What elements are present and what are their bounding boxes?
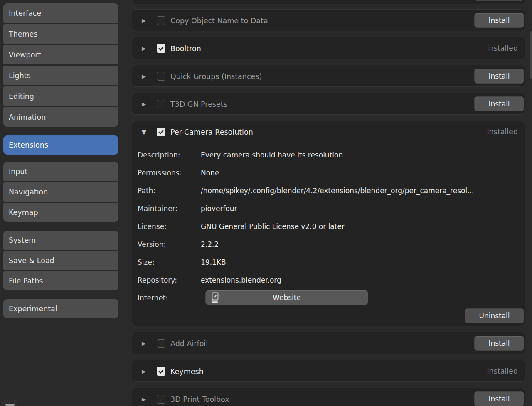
install-button[interactable]: Install	[474, 96, 524, 111]
detail-label: License:	[138, 222, 201, 231]
sidebar-item-animation[interactable]: Animation	[3, 107, 118, 127]
detail-row-maintainer: Maintainer: pioverfour	[138, 199, 519, 217]
extension-title: Copy Object Name to Data	[170, 17, 268, 25]
expand-arrow-icon[interactable]: ▶	[142, 46, 148, 51]
sidebar-item-label: Viewport	[9, 51, 41, 59]
extension-row-3d-print-toolbox: ▶ 3D Print Toolbox Install	[132, 388, 525, 406]
sidebar-item-label: Save & Load	[9, 256, 54, 265]
sidebar-item-label: Navigation	[9, 188, 48, 196]
collapse-arrow-icon[interactable]: ▼	[142, 129, 148, 135]
extension-enable-checkbox[interactable]	[157, 72, 165, 81]
sidebar-item-label: Interface	[9, 9, 41, 17]
sidebar-item-navigation[interactable]: Navigation	[3, 182, 118, 202]
extension-row-keymesh: ▶ Keymesh Installed	[132, 360, 525, 382]
hamburger-icon	[5, 404, 15, 406]
install-button-label: Install	[488, 100, 510, 108]
expand-arrow-icon[interactable]: ▶	[142, 101, 148, 107]
sidebar-item-input[interactable]: Input	[3, 162, 118, 181]
extension-row-add-airfoil: ▶ Add Airfoil Install	[132, 332, 525, 354]
extension-row-quick-groups: ▶ Quick Groups (Instances) Install	[132, 65, 525, 87]
sidebar-group-general: Interface Themes Viewport Lights Editing…	[3, 3, 118, 127]
detail-value: GNU General Public License v2.0 or later	[201, 222, 345, 231]
sidebar-item-keymap[interactable]: Keymap	[3, 203, 118, 222]
sidebar-item-label: Editing	[9, 92, 34, 101]
install-button-label: Install	[488, 339, 510, 347]
detail-row-repository: Repository: extensions.blender.org	[138, 271, 519, 289]
vertical-scrollbar-thumb[interactable]	[530, 31, 532, 79]
extension-row-clipped-top	[132, 0, 525, 4]
detail-row-description: Description: Every camera should have it…	[138, 146, 519, 164]
extension-title: Add Airfoil	[170, 340, 208, 348]
detail-label: Maintainer:	[138, 204, 201, 213]
website-button[interactable]: ? Website	[205, 290, 368, 305]
detail-row-path: Path: /home/spikey/.config/blender/4.2/e…	[138, 182, 519, 199]
sidebar-item-extensions[interactable]: Extensions	[3, 135, 118, 155]
extension-row-header: ▶ Keymesh Installed	[132, 360, 525, 382]
sidebar-item-file-paths[interactable]: File Paths	[3, 271, 118, 290]
install-button[interactable]: Install	[474, 69, 524, 84]
detail-value: extensions.blender.org	[201, 276, 281, 284]
install-button[interactable]: Install	[474, 13, 524, 28]
expand-arrow-icon[interactable]: ▶	[142, 18, 148, 23]
install-button-label: Install	[488, 16, 510, 25]
extension-title: Booltron	[170, 44, 201, 53]
sidebar-item-label: Themes	[9, 30, 37, 38]
expand-arrow-icon[interactable]: ▶	[142, 341, 148, 346]
detail-label: Repository:	[138, 276, 201, 284]
uninstall-button[interactable]: Uninstall	[465, 308, 524, 323]
extension-title: T3D GN Presets	[170, 100, 227, 108]
install-button[interactable]: Install	[474, 336, 524, 351]
detail-row-internet: Internet: ? Website	[138, 289, 519, 307]
detail-value: 19.1KB	[201, 258, 226, 266]
sidebar-item-label: File Paths	[9, 277, 43, 285]
expand-arrow-icon[interactable]: ▶	[142, 74, 148, 79]
sidebar-item-save-load[interactable]: Save & Load	[3, 251, 118, 270]
extension-row-header: ▶ Booltron Installed	[132, 37, 525, 59]
sidebar-item-label: Experimental	[9, 305, 57, 313]
extension-enable-checkbox[interactable]	[157, 395, 165, 404]
detail-label: Permissions:	[138, 169, 201, 177]
extension-enable-checkbox[interactable]	[157, 16, 165, 25]
uninstall-button-label: Uninstall	[479, 312, 510, 320]
sidebar-item-label: Extensions	[9, 141, 48, 149]
extension-row-copy-object-name: ▶ Copy Object Name to Data Install	[132, 9, 525, 31]
expand-arrow-icon[interactable]: ▶	[142, 369, 148, 374]
extension-title: Per-Camera Resolution	[170, 128, 253, 136]
detail-label: Version:	[138, 240, 201, 249]
sidebar-group-extensions: Extensions	[3, 135, 118, 155]
expand-arrow-icon[interactable]: ▶	[142, 396, 148, 402]
extension-row-per-camera-resolution: ▼ Per-Camera Resolution Installed Descri…	[132, 121, 525, 326]
extension-row-header: ▶ Add Airfoil Install	[132, 332, 525, 354]
extension-row-header: ▼ Per-Camera Resolution Installed	[132, 121, 525, 143]
checkmark-icon	[158, 45, 164, 52]
detail-value: /home/spikey/.config/blender/4.2/extensi…	[201, 187, 474, 195]
sidebar-item-lights[interactable]: Lights	[3, 66, 118, 85]
preferences-menu-button[interactable]	[2, 400, 17, 406]
sidebar-item-experimental[interactable]: Experimental	[3, 299, 118, 318]
detail-value: 2.2.2	[201, 240, 219, 249]
extension-enable-checkbox[interactable]	[157, 44, 165, 53]
sidebar-item-interface[interactable]: Interface	[3, 3, 118, 23]
detail-row-size: Size: 19.1KB	[138, 253, 519, 271]
extension-row-t3d-gn-presets: ▶ T3D GN Presets Install	[132, 93, 525, 115]
sidebar-item-viewport[interactable]: Viewport	[3, 45, 118, 64]
detail-row-version: Version: 2.2.2	[138, 235, 519, 253]
extension-row-header: ▶ Quick Groups (Instances) Install	[132, 65, 525, 87]
sidebar-item-themes[interactable]: Themes	[3, 24, 118, 44]
checkmark-icon	[158, 368, 164, 374]
extension-enable-checkbox[interactable]	[157, 339, 165, 348]
installed-status: Installed	[487, 121, 518, 143]
sidebar-item-label: System	[9, 236, 36, 244]
detail-label: Path:	[138, 187, 201, 195]
extension-enable-checkbox[interactable]	[157, 128, 165, 136]
sidebar-item-label: Input	[9, 167, 27, 176]
install-button[interactable]	[474, 0, 524, 1]
extension-enable-checkbox[interactable]	[157, 100, 165, 108]
sidebar-item-system[interactable]: System	[3, 231, 118, 250]
extension-enable-checkbox[interactable]	[157, 367, 165, 376]
extension-title: Quick Groups (Instances)	[170, 72, 262, 81]
detail-value: pioverfour	[201, 204, 237, 213]
install-button[interactable]: Install	[474, 391, 524, 406]
extension-title: Keymesh	[170, 367, 204, 376]
sidebar-item-editing[interactable]: Editing	[3, 86, 118, 106]
